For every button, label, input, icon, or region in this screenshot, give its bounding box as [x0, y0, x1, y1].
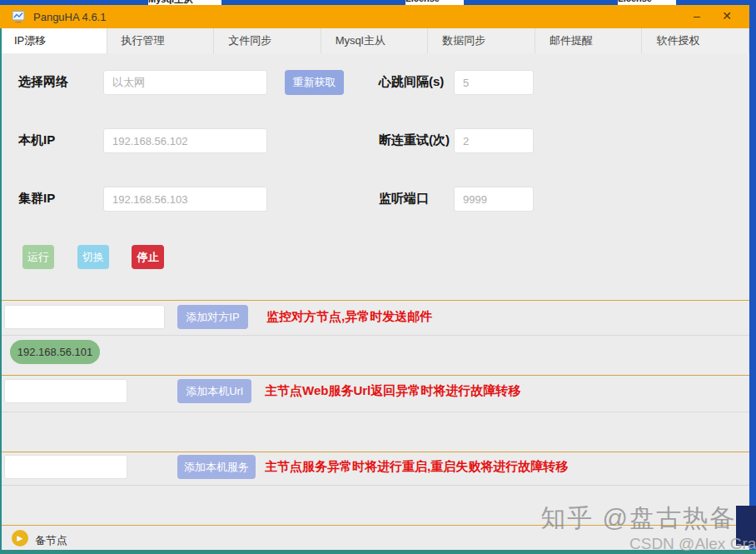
- local-service-input[interactable]: [4, 455, 127, 479]
- switch-button[interactable]: 切换: [77, 245, 109, 269]
- separator: [0, 335, 749, 336]
- window-left-border: [0, 28, 2, 550]
- listen-port-input[interactable]: [454, 187, 534, 212]
- add-peer-ip-button[interactable]: 添加对方IP: [177, 305, 248, 329]
- tab-file-sync[interactable]: 文件同步: [214, 28, 321, 53]
- refresh-network-button[interactable]: 重新获取: [285, 70, 344, 95]
- titlebar: PanguHA 4.6.1 – ✕: [0, 5, 749, 28]
- separator: [0, 375, 749, 376]
- app-icon: [12, 10, 25, 23]
- background-text-fragment: Mysql主从: [148, 0, 221, 5]
- heartbeat-input[interactable]: [454, 70, 534, 95]
- peer-ip-tag[interactable]: 192.168.56.101: [10, 340, 100, 364]
- peer-ip-hint: 监控对方节点,异常时发送邮件: [266, 309, 432, 325]
- tab-mail-alert[interactable]: 邮件提醒: [535, 28, 643, 53]
- tab-license[interactable]: 软件授权: [642, 28, 749, 53]
- window-title: PanguHA 4.6.1: [33, 11, 106, 23]
- add-local-url-button[interactable]: 添加本机Url: [177, 379, 251, 403]
- local-url-hint: 主节点Web服务Url返回异常时将进行故障转移: [265, 383, 520, 399]
- play-icon: ▶: [12, 530, 28, 547]
- retry-label: 断连重试(次): [379, 132, 450, 148]
- peer-ip-input[interactable]: [4, 305, 165, 329]
- separator: [0, 485, 749, 486]
- tab-data-sync[interactable]: 数据同步: [428, 28, 535, 53]
- tab-mysql-replication[interactable]: Mysql主从: [321, 28, 429, 53]
- local-ip-input[interactable]: [103, 128, 267, 153]
- local-ip-label: 本机IP: [18, 132, 55, 148]
- separator: [0, 452, 749, 452]
- separator: [0, 300, 749, 301]
- retry-input[interactable]: [454, 128, 534, 153]
- background-text-fragment: License: [405, 0, 464, 5]
- status-node-label: 备节点: [35, 533, 67, 548]
- add-local-service-button[interactable]: 添加本机服务: [177, 455, 256, 479]
- separator: [0, 412, 749, 412]
- heartbeat-label: 心跳间隔(s): [379, 74, 444, 90]
- background-blue-stripe: [749, 0, 756, 554]
- minimize-button[interactable]: –: [683, 5, 711, 28]
- tab-exec-manage[interactable]: 执行管理: [107, 28, 215, 53]
- close-icon[interactable]: ✕: [713, 5, 741, 28]
- tab-ip-drift[interactable]: IP漂移: [0, 28, 107, 53]
- network-label: 选择网络: [18, 74, 68, 90]
- local-url-input[interactable]: [4, 379, 127, 403]
- listen-port-label: 监听端口: [379, 191, 429, 207]
- tab-bar: IP漂移 执行管理 文件同步 Mysql主从 数据同步 邮件提醒 软件授权: [0, 28, 749, 53]
- screen: Mysql主从 License License PanguHA 4.6.1 – …: [0, 0, 756, 554]
- local-service-hint: 主节点服务异常时将进行重启,重启失败将进行故障转移: [265, 459, 568, 475]
- network-input[interactable]: [103, 70, 267, 95]
- run-button[interactable]: 运行: [22, 245, 54, 269]
- cluster-ip-label: 集群IP: [18, 191, 55, 207]
- stop-button[interactable]: 停止: [132, 245, 164, 269]
- watermark-csdn: CSDN @Alex Gram: [629, 535, 756, 553]
- background-window-strip: Mysql主从 License License: [0, 0, 756, 5]
- background-text-fragment: License: [618, 0, 676, 5]
- watermark-zhihu: 知乎 @盘古热备: [540, 502, 736, 536]
- cluster-ip-input[interactable]: [103, 187, 267, 212]
